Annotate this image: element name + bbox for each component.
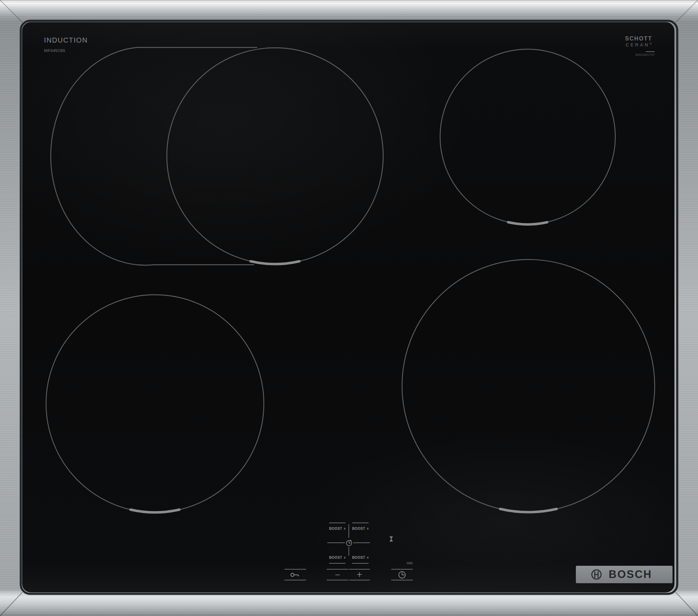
double-chevron-up-icon	[344, 527, 346, 531]
timer-unit-label: min	[391, 561, 413, 565]
timer-button[interactable]	[391, 569, 413, 580]
double-chevron-up-icon	[344, 556, 346, 559]
model-number-label: NIF645CB5	[44, 48, 65, 53]
boost-label: BOOST	[352, 556, 365, 559]
boost-button-rear-right[interactable]: BOOST	[352, 523, 369, 534]
boost-label: BOOST	[329, 556, 342, 559]
clock-icon	[398, 570, 407, 579]
boost-button-rear-left[interactable]: BOOST	[329, 523, 346, 534]
schott-wordmark: SCHOTT	[614, 36, 663, 42]
hourglass-icon	[387, 535, 395, 543]
boost-label: BOOST	[352, 527, 365, 531]
clock-arrow-icon	[344, 538, 354, 548]
timer-zone-select-button[interactable]	[344, 538, 354, 548]
double-chevron-up-icon	[367, 556, 369, 559]
boost-label: BOOST	[329, 527, 342, 531]
minus-glyph: −	[335, 570, 340, 579]
ceran-wordmark: CERAN®	[614, 43, 663, 48]
glass-print-number: 9001601737	[620, 53, 655, 57]
power-plus-button[interactable]: +	[349, 569, 370, 580]
boost-button-front-left[interactable]: BOOST	[329, 552, 346, 564]
glass-brand-logo: SCHOTT CERAN®	[614, 36, 663, 48]
ceran-underline	[646, 51, 655, 52]
child-lock-button[interactable]	[284, 569, 306, 580]
bosch-armature-icon	[591, 569, 602, 580]
brand-wordmark: BOSCH	[609, 568, 652, 581]
brand-badge: BOSCH	[576, 566, 673, 583]
plus-glyph: +	[357, 570, 362, 579]
cooktop-graphic	[0, 0, 698, 616]
induction-hob-photo: INDUCTION NIF645CB5 SCHOTT CERAN® 900160…	[0, 0, 698, 616]
product-type-label: INDUCTION	[44, 36, 88, 44]
power-minus-button[interactable]: −	[327, 569, 348, 580]
boost-button-front-right[interactable]: BOOST	[352, 552, 369, 564]
key-icon	[290, 572, 300, 578]
double-chevron-up-icon	[367, 527, 369, 531]
registered-mark: ®	[649, 42, 652, 45]
